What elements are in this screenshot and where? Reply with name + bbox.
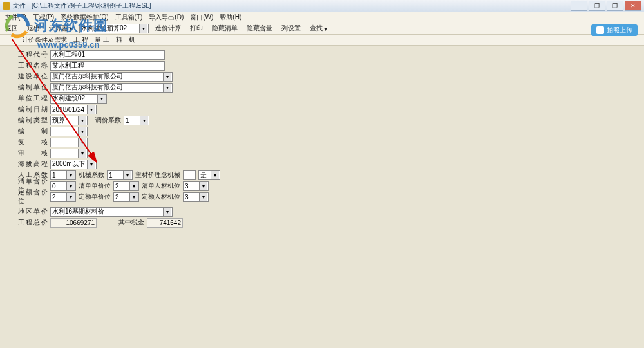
compile-label: 编制单位 <box>18 83 48 92</box>
app-icon <box>3 2 10 10</box>
camera-upload-label: 拍照上传 <box>607 26 632 35</box>
back-button[interactable]: 返回 <box>3 23 21 33</box>
menu-impexp[interactable]: 导入导出(D) <box>146 12 186 23</box>
restore-button[interactable]: ❐ <box>589 1 605 11</box>
qdr-label: 清单人材机位 <box>142 181 180 190</box>
close-button[interactable]: ✕ <box>625 1 641 11</box>
bian-select[interactable] <box>50 127 88 136</box>
toolbar-primary: 返回 退出 计算器 ▾ 水利建筑预算02 造价计算 打印 隐藏清单 隐藏含量 列… <box>0 23 644 35</box>
zc-select[interactable]: 是 <box>198 170 220 180</box>
dq-select[interactable]: 水利16基期材料价 <box>50 207 173 217</box>
tab-quantity[interactable]: 量 工 <box>95 35 109 44</box>
total-output <box>50 218 97 228</box>
alt-select[interactable]: 2000m以下 <box>50 160 97 169</box>
type-label: 编制类型 <box>18 116 48 125</box>
unit-label: 单位工程 <box>18 94 48 103</box>
bian-label: 编 制 <box>18 127 48 136</box>
qdh-select[interactable]: 0 <box>50 181 76 191</box>
hidecontent-button[interactable]: 隐藏含量 <box>244 23 275 33</box>
name-label: 工程名称 <box>18 61 48 70</box>
ded-label: 定额单价位 <box>79 192 111 201</box>
qdd-select[interactable]: 2 <box>113 181 139 191</box>
total-label: 工程总价 <box>18 218 48 227</box>
alt-label: 海拔高程 <box>18 160 48 169</box>
coef-select[interactable]: 1 <box>124 116 149 125</box>
window-controls: ─ ❐ ❐ ✕ <box>571 1 641 11</box>
build-label: 建设单位 <box>18 72 48 81</box>
costcalc-button[interactable]: 造价计算 <box>153 23 184 33</box>
rg-select[interactable]: 1 <box>50 170 76 180</box>
print-button[interactable]: 打印 <box>187 23 205 33</box>
menu-file[interactable]: 文件(F) <box>3 12 29 23</box>
date-label: 编制日期 <box>18 105 48 114</box>
camera-upload-button[interactable]: 拍照上传 <box>591 24 638 36</box>
coef-label: 调价系数 <box>95 116 121 125</box>
title-bar: 文件 - [C:\工程文件\例子工程\水利例子工程.ESL] ─ ❐ ❐ ✕ <box>0 0 644 12</box>
minimize-button[interactable]: ─ <box>571 1 587 11</box>
qdr-select[interactable]: 3 <box>183 181 209 191</box>
form-panel: 工程代号 工程名称 建设单位厦门亿吉尔科技有限公司 编制单位厦门亿吉尔科技有限公… <box>0 46 644 232</box>
menu-tools[interactable]: 工具箱(T) <box>113 12 146 23</box>
menu-window[interactable]: 窗口(W) <box>187 12 216 23</box>
name-input[interactable] <box>50 61 165 71</box>
deh-label: 定额含价位 <box>18 188 48 206</box>
menu-bar: 文件(F) 工程(P) 系统数据维护(Q) 工具箱(T) 导入导出(D) 窗口(… <box>0 12 644 23</box>
menu-help[interactable]: 帮助(H) <box>217 12 244 23</box>
der-select[interactable]: 3 <box>183 192 209 202</box>
fu-select[interactable] <box>50 138 88 147</box>
tax-label: 其中税金 <box>118 218 144 227</box>
shen-label: 审 核 <box>18 149 48 158</box>
date-select[interactable]: 2018/01/24 <box>50 105 97 114</box>
hidelist-button[interactable]: 隐藏清单 <box>209 23 240 33</box>
code-input[interactable] <box>50 50 165 60</box>
menu-project[interactable]: 工程(P) <box>30 12 57 23</box>
calc-button[interactable]: 计算器 ▾ <box>46 23 75 33</box>
build-select[interactable]: 厦门亿吉尔科技有限公司 <box>50 72 173 82</box>
zc-input[interactable] <box>183 170 196 180</box>
fu-label: 复 核 <box>18 138 48 147</box>
camera-icon <box>596 26 604 34</box>
tab-material[interactable]: 料 <box>116 35 122 44</box>
find-button[interactable]: 查找 ▾ <box>307 23 330 33</box>
window-title: 文件 - [C:\工程文件\例子工程\水利例子工程.ESL] <box>13 1 571 10</box>
unit-select[interactable]: 水利建筑02 <box>50 94 107 104</box>
exit-button[interactable]: 退出 <box>24 23 43 33</box>
dq-label: 地区单价 <box>18 207 48 216</box>
shen-select[interactable] <box>50 149 88 158</box>
type-select[interactable]: 预算 <box>50 116 88 125</box>
jx-label: 机械系数 <box>79 170 104 179</box>
qdd-label: 清单单价位 <box>79 181 111 190</box>
colset-button[interactable]: 列设置 <box>279 23 303 33</box>
tab-machine[interactable]: 机 <box>129 35 135 44</box>
tax-output <box>147 218 183 228</box>
zc-label: 主材价理念机械 <box>135 170 180 179</box>
compile-select[interactable]: 厦门亿吉尔科技有限公司 <box>50 83 173 93</box>
menu-sysdata[interactable]: 系统数据维护(Q) <box>58 12 111 23</box>
tab-conditions[interactable]: 计价条件及需求 <box>22 35 67 44</box>
restore2-button[interactable]: ❐ <box>607 1 623 11</box>
jx-select[interactable]: 1 <box>107 170 133 180</box>
tab-project[interactable]: 工 程 <box>73 35 88 44</box>
preset-select[interactable]: 水利建筑预算02 <box>79 24 149 33</box>
code-label: 工程代号 <box>18 50 48 59</box>
toolbar-secondary: 计价条件及需求 工 程 量 工 料 机 <box>0 35 644 46</box>
ded-select[interactable]: 2 <box>113 192 139 202</box>
der-label: 定额人材机位 <box>142 192 180 201</box>
deh-select[interactable]: 2 <box>50 192 76 202</box>
